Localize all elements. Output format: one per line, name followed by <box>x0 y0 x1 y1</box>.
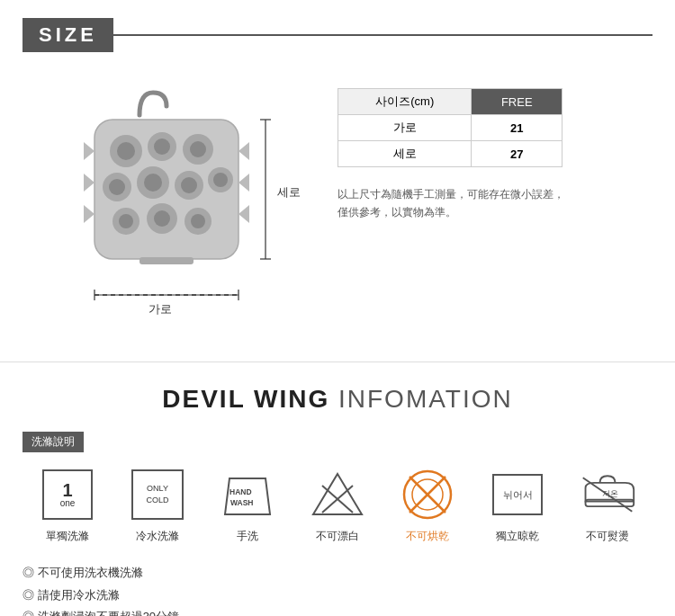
svg-point-14 <box>213 173 228 187</box>
row-label: 가로 <box>338 115 472 141</box>
svg-point-12 <box>181 177 197 193</box>
size-note-line2: 僅供參考，以實物為準。 <box>338 203 652 221</box>
svg-text:WASH: WASH <box>230 498 254 507</box>
hand-wash-icon: HAND WASH <box>220 469 274 520</box>
svg-point-8 <box>109 179 125 195</box>
wash-icons-row: 1 one 單獨洗滌 ONLY COLD 冷水洗滌 HAND <box>22 466 652 544</box>
table-header-size: 사이즈(cm) <box>338 89 472 115</box>
cold-wash-label: 冷水洗滌 <box>136 529 179 544</box>
svg-marker-25 <box>238 174 249 192</box>
wash-icon-hang-dry: 뉘어서 獨立晾乾 <box>472 466 562 544</box>
wash-note-1: 不可使用洗衣機洗滌 <box>22 562 652 585</box>
hang-dry-label: 獨立晾乾 <box>496 529 539 544</box>
size-title: SIZE <box>22 18 113 52</box>
svg-rect-27 <box>140 257 194 264</box>
wash-notes: 不可使用洗衣機洗滌 請使用冷水洗滌 洗滌劑浸泡不要超過30分鐘 不要用衣架撐起晾… <box>22 562 652 616</box>
hang-dry-icon: 뉘어서 <box>490 469 545 520</box>
svg-text:HAND: HAND <box>230 487 252 496</box>
table-row: 가로 21 <box>338 115 562 141</box>
wash-icon-no-iron: 저온 不可熨燙 <box>562 466 652 544</box>
size-header: SIZE <box>22 18 652 52</box>
no-iron-label: 不可熨燙 <box>586 529 629 544</box>
wash-icon-single: 1 one 單獨洗滌 <box>22 466 112 544</box>
hand-wash-label: 手洗 <box>237 529 258 544</box>
title-devil-wing: DEVIL WING <box>162 385 329 413</box>
svg-marker-23 <box>84 205 94 223</box>
table-header-free: FREE <box>472 89 562 115</box>
size-note-line1: 以上尺寸為隨機手工測量，可能存在微小誤差， <box>338 185 652 203</box>
size-header-line <box>113 34 652 36</box>
row-label: 세로 <box>338 141 472 167</box>
no-dry-icon <box>401 469 454 521</box>
svg-marker-21 <box>84 142 94 160</box>
svg-text:가로: 가로 <box>148 302 172 316</box>
no-dry-label: 不可烘乾 <box>406 529 449 544</box>
svg-point-20 <box>191 214 205 228</box>
wash-icon-cold: ONLY COLD 冷水洗滌 <box>112 466 202 544</box>
single-wash-icon: 1 one <box>42 469 93 520</box>
svg-point-4 <box>154 138 170 155</box>
cold-wash-icon-box: ONLY COLD <box>129 466 186 523</box>
svg-marker-22 <box>84 174 94 192</box>
svg-point-6 <box>190 141 206 157</box>
wash-note-2: 請使用冷水洗滌 <box>22 585 652 607</box>
svg-point-10 <box>144 174 162 192</box>
size-content: 세로 가로 사이즈(cm) FREE <box>22 70 652 335</box>
row-value: 21 <box>472 115 562 141</box>
svg-text:세로: 세로 <box>277 185 301 199</box>
svg-text:저온: 저온 <box>602 488 618 498</box>
size-table: 사이즈(cm) FREE 가로 21 세로 27 <box>338 88 562 167</box>
no-bleach-icon-box <box>309 466 366 523</box>
wash-icon-no-dry: 不可烘乾 <box>382 466 472 544</box>
wash-note-3: 洗滌劑浸泡不要超過30分鐘 <box>22 606 652 616</box>
svg-marker-37 <box>225 478 270 514</box>
svg-marker-24 <box>238 142 249 160</box>
wash-label: 洗滌說明 <box>22 432 84 452</box>
size-table-area: 사이즈(cm) FREE 가로 21 세로 27 以上尺寸為隨機手工測 <box>338 70 652 222</box>
table-row: 세로 27 <box>338 141 562 167</box>
svg-marker-26 <box>238 205 249 223</box>
wash-icon-hand: HAND WASH 手洗 <box>202 466 292 544</box>
title-infomation: INFOMATION <box>338 385 513 413</box>
info-section: DEVIL WING INFOMATION 洗滌說明 1 one 單獨洗滌 ON… <box>0 362 675 616</box>
no-iron-icon-box: 저온 <box>579 466 636 523</box>
size-section: SIZE <box>0 0 675 362</box>
no-dry-icon-box <box>399 466 456 523</box>
row-value: 27 <box>472 141 562 167</box>
hang-dry-icon-box: 뉘어서 <box>489 466 546 523</box>
size-note: 以上尺寸為隨機手工測量，可能存在微小誤差， 僅供參考，以實物為準。 <box>338 185 652 222</box>
svg-marker-40 <box>313 474 362 514</box>
size-diagram-svg: 세로 가로 <box>22 70 310 331</box>
single-wash-label: 單獨洗滌 <box>46 529 89 544</box>
info-title: DEVIL WING INFOMATION <box>22 385 652 414</box>
size-diagram: 세로 가로 <box>22 70 310 335</box>
hand-wash-icon-box: HAND WASH <box>219 466 276 523</box>
no-iron-icon: 저온 <box>579 469 636 520</box>
svg-point-16 <box>119 214 133 228</box>
svg-text:뉘어서: 뉘어서 <box>503 489 533 500</box>
svg-point-2 <box>117 142 135 160</box>
no-bleach-label: 不可漂白 <box>316 529 359 544</box>
single-wash-icon-box: 1 one <box>39 466 96 523</box>
no-bleach-icon <box>311 469 364 520</box>
wash-icon-no-bleach: 不可漂白 <box>292 466 382 544</box>
svg-point-18 <box>154 210 170 227</box>
cold-wash-icon: ONLY COLD <box>131 469 184 520</box>
